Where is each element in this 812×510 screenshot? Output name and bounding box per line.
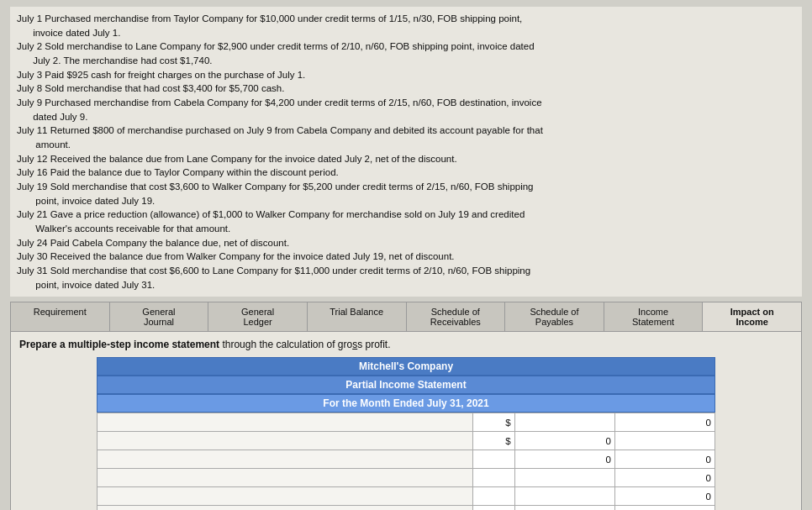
company-name-header: Mitchell's Company <box>97 357 715 376</box>
row2-val2[interactable] <box>614 432 714 450</box>
row6-val2[interactable]: 0 <box>614 506 714 510</box>
table-row: 0 <box>98 469 715 487</box>
table-row: 0 0 <box>98 450 715 469</box>
row4-dollar <box>472 469 514 487</box>
tab-requirement[interactable]: Requirement <box>11 302 110 331</box>
table-row: 0 <box>98 506 715 510</box>
line-24: July 24 Paid Cabela Company the balance … <box>17 236 795 250</box>
income-table: $ 0 $ 0 0 <box>97 413 715 510</box>
row6-label[interactable] <box>98 506 473 510</box>
statement-header: Partial Income Statement <box>97 376 715 394</box>
row4-label[interactable] <box>98 469 473 487</box>
line-2: July 2 Sold merchandise to Lane Company … <box>17 39 795 54</box>
main-container: July 1 Purchased merchandise from Taylor… <box>0 0 812 510</box>
row1-dollar: $ <box>472 413 514 432</box>
row6-dollar <box>472 506 514 510</box>
row5-dollar <box>472 487 514 506</box>
instruction-bold: Prepare a multiple-step income statement <box>19 339 219 350</box>
line-1: July 1 Purchased merchandise from Taylor… <box>17 12 795 26</box>
line-3: July 3 Paid $925 cash for freight charge… <box>17 68 795 82</box>
row1-label[interactable] <box>98 413 473 432</box>
transactions-text-block: July 1 Purchased merchandise from Taylor… <box>10 7 802 297</box>
row2-val1[interactable]: 0 <box>514 432 614 450</box>
row4-val1[interactable] <box>514 469 614 487</box>
tab-schedule-receivables[interactable]: Schedule ofReceivables <box>407 302 506 331</box>
tab-general-ledger[interactable]: GeneralLedger <box>208 302 308 331</box>
instruction-text: Prepare a multiple-step income statement… <box>19 339 793 350</box>
line-1b: invoice dated July 1. <box>17 26 795 40</box>
tab-general-journal[interactable]: GeneralJournal <box>110 302 209 331</box>
row5-val2[interactable]: 0 <box>614 487 714 506</box>
line-11: July 11 Returned $800 of merchandise pur… <box>17 124 795 138</box>
line-9: July 9 Purchased merchandise from Cabela… <box>17 96 795 110</box>
tabs-row: Requirement GeneralJournal GeneralLedger… <box>10 302 802 332</box>
tab-schedule-payables[interactable]: Schedule ofPayables <box>505 302 604 331</box>
row1-val1[interactable] <box>514 413 614 432</box>
line-31: July 31 Sold merchandise that cost $6,60… <box>17 264 795 278</box>
line-19: July 19 Sold merchandise that cost $3,60… <box>17 180 795 194</box>
line-16: July 16 Paid the balance due to Taylor C… <box>17 166 795 180</box>
line-30: July 30 Received the balance due from Wa… <box>17 250 795 264</box>
row1-val2[interactable]: 0 <box>614 413 714 432</box>
table-row: 0 <box>98 487 715 506</box>
line-31b: point, invoice dated July 31. <box>17 278 795 292</box>
row3-val2[interactable]: 0 <box>614 450 714 469</box>
row6-val1[interactable] <box>514 506 614 510</box>
table-row: $ 0 <box>98 432 715 450</box>
tab-income-statement[interactable]: IncomeStatement <box>604 302 704 331</box>
line-11b: amount. <box>17 138 795 152</box>
line-2b: July 2. The merchandise had cost $1,740. <box>17 54 795 68</box>
row3-dollar <box>472 450 514 469</box>
line-8: July 8 Sold merchandise that had cost $3… <box>17 81 795 96</box>
line-12: July 12 Received the balance due from La… <box>17 152 795 166</box>
table-row: $ 0 <box>98 413 715 432</box>
row3-label[interactable] <box>98 450 473 469</box>
tab-impact-income[interactable]: Impact onIncome <box>703 302 801 331</box>
form-table-wrapper: Mitchell's Company Partial Income Statem… <box>97 357 715 510</box>
row5-label[interactable] <box>98 487 473 506</box>
row5-val1[interactable] <box>514 487 614 506</box>
row3-val1[interactable]: 0 <box>514 450 614 469</box>
line-21: July 21 Gave a price reduction (allowanc… <box>17 208 795 222</box>
line-21b: Walker's accounts receivable for that am… <box>17 222 795 236</box>
content-area: Prepare a multiple-step income statement… <box>10 332 802 510</box>
row2-label[interactable] <box>98 432 473 450</box>
tab-trial-balance[interactable]: Trial Balance <box>308 302 407 331</box>
line-9b: dated July 9. <box>17 110 795 124</box>
line-19b: point, invoice dated July 19. <box>17 194 795 208</box>
row2-dollar: $ <box>472 432 514 450</box>
row4-val2[interactable]: 0 <box>614 469 714 487</box>
period-header: For the Month Ended July 31, 2021 <box>97 394 715 413</box>
